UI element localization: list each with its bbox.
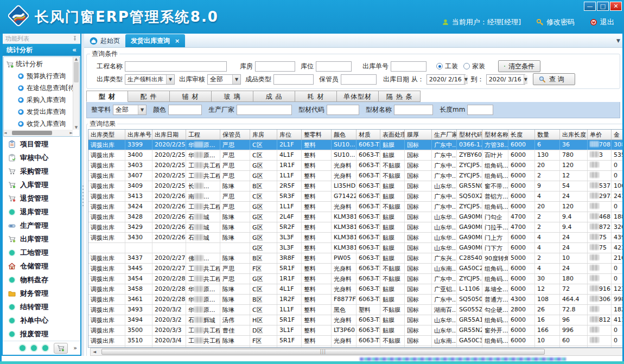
grid-column-header[interactable]: 金 xyxy=(612,130,622,139)
sidebar-item-cart-in[interactable]: 入库管理 xyxy=(3,178,80,191)
dot-icon[interactable] xyxy=(20,345,26,351)
piece-select[interactable]: 全部▼ xyxy=(113,105,147,115)
grid-column-header[interactable]: 单价 xyxy=(588,130,612,139)
dot-icon[interactable] xyxy=(42,345,48,351)
date-to-picker[interactable]: 2020/ 3/16▼ xyxy=(486,74,525,85)
sidebar-item-cart-out[interactable]: 出库管理 xyxy=(3,232,80,246)
grid-column-header[interactable]: 出库单号 xyxy=(125,130,152,139)
grid-column-header[interactable]: 出库长度 xyxy=(560,130,588,139)
clear-conditions-button[interactable]: 清空条件 xyxy=(498,60,540,72)
grid-column-header[interactable]: 工程 xyxy=(186,130,220,139)
grid-row[interactable]: 调拨出库34542020/2/28工共工程严思G区1R1F整料光身料6063-T… xyxy=(88,274,622,284)
grid-row[interactable]: 调拨出库34092020/2/25长...陈琳B区2R5F整料LI35HD606… xyxy=(88,181,622,191)
audit-select[interactable]: 全部▼ xyxy=(207,74,241,85)
tree-item[interactable]: 采购入库查询 xyxy=(6,94,79,106)
material-tab[interactable]: 成 品 xyxy=(253,91,295,102)
more-panels-button[interactable] xyxy=(54,343,68,354)
horizontal-scroll-thumb[interactable]: ||| xyxy=(101,349,545,355)
minimize-button[interactable]: — xyxy=(584,2,596,11)
tree-horizontal-scrollbar[interactable]: ◄► xyxy=(4,130,73,136)
grid-column-header[interactable]: 颜色 xyxy=(332,130,356,139)
material-tab[interactable]: 辅 材 xyxy=(170,91,212,102)
radio-jiazhuang[interactable]: 家装 xyxy=(463,62,485,71)
location-input[interactable] xyxy=(316,61,352,72)
dot-icon[interactable] xyxy=(31,345,37,351)
profile-name-input[interactable] xyxy=(394,105,433,115)
material-tab[interactable]: 配 件 xyxy=(128,91,170,102)
grid-column-header[interactable]: 表面处理 xyxy=(380,130,405,139)
grid-column-header[interactable]: 出库日期 xyxy=(152,130,186,139)
close-button[interactable]: ✕ xyxy=(610,2,622,11)
sidebar-section-statistics[interactable]: 统计分析 « xyxy=(3,44,80,56)
sidebar-item-chart[interactable]: 生产管理 xyxy=(3,219,80,232)
pin-icon[interactable] xyxy=(72,36,78,41)
grid-column-header[interactable]: 库位 xyxy=(277,130,302,139)
grid-row[interactable]: 调拨出库34582020/2/28华原...陈琳C区4L1F整料光身料6063-… xyxy=(88,284,622,295)
grid-column-header[interactable]: 整零料 xyxy=(302,130,332,139)
scroll-left-icon[interactable]: ◄ xyxy=(91,349,98,354)
grid-row[interactable]: 调拨出库34942020/3/2石辉城汤伟H区5R1F整料光身料6063-T5贴… xyxy=(88,315,622,325)
tree-item[interactable]: 收货入库查询 xyxy=(6,118,79,130)
logout-button[interactable]: 退出 xyxy=(590,17,614,27)
sidebar-item-dot[interactable]: 物料盘存 xyxy=(3,273,80,286)
keeper-input[interactable] xyxy=(341,74,377,85)
grid-row[interactable]: 调拨出库35122020/3/4工共工程陈琳F区1L2F整料光身料6063-T5… xyxy=(88,346,622,347)
sidebar-item-cart[interactable]: 采购管理 xyxy=(3,164,80,178)
manufacturer-input[interactable] xyxy=(237,105,292,115)
tab-list-dropdown-icon[interactable]: ▼ xyxy=(616,38,620,43)
sidebar-item-dot[interactable]: 结转管理 xyxy=(3,300,80,314)
material-tab[interactable]: 耗 材 xyxy=(295,91,337,102)
grid-row[interactable]: 调拨出库34932020/3/2华原...陈琳C区1L1F整料黑色塑料不贴膜国标… xyxy=(88,305,622,315)
grid-column-header[interactable]: 型材代码 xyxy=(457,130,482,139)
material-tab[interactable]: 隔 热 条 xyxy=(379,91,421,102)
grid-column-header[interactable]: 库房 xyxy=(250,130,277,139)
change-password-button[interactable]: 修改密码 xyxy=(536,17,575,27)
grid-column-header[interactable]: 材质 xyxy=(356,130,380,139)
search-button[interactable]: 查 询 xyxy=(533,73,575,85)
grid-row[interactable]: 调拨出库34372020/2/27佛...陈琳B区3R8F整料PW056063-… xyxy=(88,253,622,264)
grid-row[interactable]: G区3L3F整料KLM38176063-T5贴膜国标山东华...GA90M09.… xyxy=(88,243,622,253)
sidebar-item-dot[interactable]: 工地管理 xyxy=(3,246,80,259)
grid-row[interactable]: 调拨出库34002020/2/25华原...严思C区4L1F整料SU10...6… xyxy=(88,150,622,161)
grid-column-header[interactable]: 出库类型 xyxy=(88,130,125,139)
sidebar-item-cart-back[interactable]: 退货管理 xyxy=(3,191,80,205)
grid-row[interactable]: 调拨出库34282020/2/26石城陈琳G区2L4F整料KLM38176063… xyxy=(88,212,622,222)
warehouse-input[interactable] xyxy=(255,61,295,72)
color-input[interactable] xyxy=(168,105,202,115)
tree-vertical-scrollbar[interactable]: ▲▼ xyxy=(73,57,79,130)
out-type-select[interactable]: 生产领料出库▼ xyxy=(125,74,175,85)
grid-row[interactable]: 调拨出库35102020/3/4工共工程陈琳F区5R1F整料光身料6063-T5… xyxy=(88,336,622,346)
tree-item[interactable]: 预算执行查询 xyxy=(6,70,79,82)
grid-column-header[interactable]: 型材名称 xyxy=(482,130,508,139)
tab-shipment-outbound-query[interactable]: 发货出库查询 × xyxy=(125,34,185,47)
sidebar-item-folder[interactable]: 财务管理 xyxy=(3,286,80,300)
sidebar-item-home[interactable]: 仓储管理 xyxy=(3,259,80,273)
sidebar-item-dot[interactable]: 补单中心 xyxy=(3,314,80,327)
grid-column-header[interactable]: 膜厚 xyxy=(405,130,432,139)
material-tab[interactable]: 单体型材 xyxy=(337,91,379,102)
date-from-picker[interactable]: 2020/ 2/16▼ xyxy=(426,74,466,85)
grid-row[interactable]: 调拨出库34612020/2/28华原...陈琳B区1R2F整料F8877FT6… xyxy=(88,295,622,305)
grid-column-header[interactable]: 保管员 xyxy=(220,130,250,139)
profile-code-input[interactable] xyxy=(327,105,359,115)
grid-row[interactable]: 调拨出库34242020/2/26工共工程严思G区1L1F整料光身料6063-T… xyxy=(88,202,622,212)
length-input[interactable] xyxy=(467,105,493,115)
grid-row[interactable]: 调拨出库34302020/2/26石城陈琳G区3L3F整料KLM38176063… xyxy=(88,233,622,243)
grid-row[interactable]: 调拨出库34032020/2/25工共工程严思G区1R1F整料光身料6063-T… xyxy=(88,161,622,171)
grid-column-header[interactable]: 长度 xyxy=(508,130,535,139)
tree-root-statistics[interactable]: 统计分析 xyxy=(6,59,79,70)
tree-item[interactable]: 在途信息查询[待 xyxy=(6,82,79,94)
sidebar-item-clipboard2[interactable]: 审核中心 xyxy=(3,151,80,164)
material-tab[interactable]: 型 材 xyxy=(86,91,128,102)
grid-column-header[interactable]: 生产厂家 xyxy=(432,130,457,139)
tree-item[interactable]: 发货出库查询 xyxy=(6,106,79,118)
sidebar-splitter[interactable] xyxy=(81,34,84,356)
maximize-button[interactable]: □ xyxy=(597,2,609,11)
order-no-input[interactable] xyxy=(391,61,426,72)
grid-row[interactable]: 调拨出库35002020/3/3工共工程曹佳D区3L1F整料LT3P606063… xyxy=(88,325,622,336)
grid-row[interactable]: 调拨出库33992020/2/25华原...严思C区2L1F整料SU10...6… xyxy=(88,140,622,150)
radio-gongzhuang[interactable]: 工装 xyxy=(436,62,458,71)
grid-row[interactable]: 调拨出库34132020/2/26南...严思C区5R3F整料G71422606… xyxy=(88,191,622,202)
grid-column-header[interactable]: 数量 xyxy=(535,130,560,139)
tab-close-icon[interactable]: × xyxy=(175,37,180,44)
